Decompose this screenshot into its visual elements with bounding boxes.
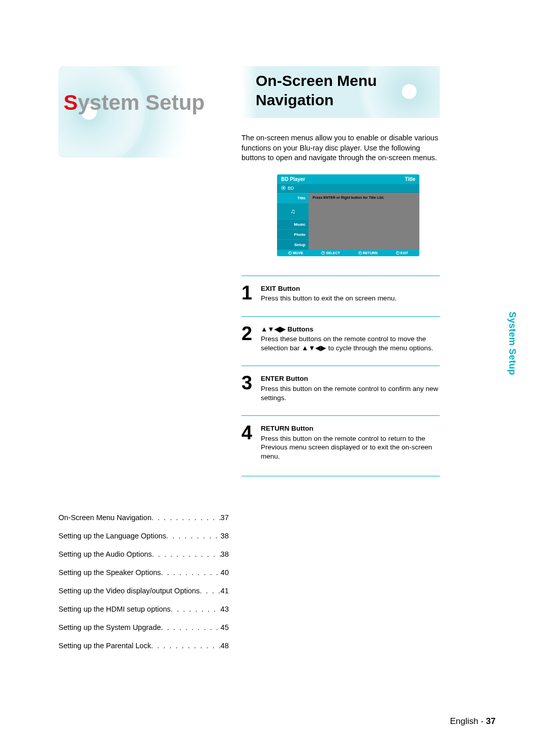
disc-graphic-left: System Setup	[58, 66, 229, 158]
step-desc: Press this button on the remote control …	[261, 434, 440, 461]
toc-row: Setting up the Language Options38	[58, 532, 229, 540]
move-icon	[288, 251, 292, 255]
toc-dots	[151, 642, 221, 650]
toc-row: Setting up the Speaker Options40	[58, 568, 229, 577]
step-desc: Press this button on the remote control …	[261, 384, 440, 402]
step-number: 3	[241, 374, 256, 402]
music-note-icon: ♫	[290, 207, 295, 215]
title-rest: ystem Setup	[78, 90, 205, 114]
step-1: 1 EXIT Button Press this button to exit …	[241, 276, 440, 316]
step-3: 3 ENTER Button Press this button on the …	[241, 366, 440, 415]
screenshot-sub-label: BD	[288, 186, 294, 191]
disc-icon	[281, 186, 286, 190]
system-setup-title: System Setup	[64, 90, 205, 115]
toc-dots	[171, 605, 221, 613]
toc-dots	[151, 513, 221, 522]
footer-language: English	[450, 716, 478, 726]
screenshot-subbar: BD	[277, 184, 419, 193]
step-number: 4	[241, 424, 256, 461]
toc-row: Setting up the Parental Lock48	[58, 642, 229, 650]
step-body: EXIT Button Press this button to exit th…	[261, 284, 440, 303]
sidebar-item-music: Music	[277, 219, 309, 229]
step-title: ▲▼◀▶ Buttons	[261, 325, 440, 334]
screenshot-title-left: BD Player	[281, 176, 305, 182]
step-4: 4 RETURN Button Press this button on the…	[241, 415, 440, 476]
toc-row: Setting up the HDMI setup options43	[58, 605, 229, 613]
intro-paragraph: The on-screen menus allow you to enable …	[241, 133, 440, 163]
navigation-title: On-Screen Menu Navigation	[256, 71, 377, 109]
toc-page: 48	[221, 642, 229, 650]
footer-move: MOVE	[288, 251, 303, 255]
arrow-icons: ▲▼◀▶	[261, 325, 286, 333]
step-2: 2 ▲▼◀▶ Buttons Press these buttons on th…	[241, 316, 440, 366]
step-title: RETURN Button	[261, 424, 440, 433]
step-title-text: Buttons	[286, 325, 314, 333]
screenshot-footer: MOVE SELECT RETURN EXIT	[277, 250, 419, 256]
title-initial: S	[64, 90, 78, 114]
toc-page: 38	[221, 532, 229, 540]
select-icon	[321, 251, 325, 255]
toc-label: On-Screen Menu Navigation	[58, 513, 151, 522]
return-icon	[358, 251, 362, 255]
toc-label: Setting up the Speaker Options	[58, 568, 161, 577]
exit-icon	[396, 251, 400, 255]
step-body: ▲▼◀▶ Buttons Press these buttons on the …	[261, 325, 440, 353]
toc-label: Setting up the HDMI setup options	[58, 605, 171, 613]
toc-page: 38	[221, 550, 229, 558]
toc-dots	[152, 550, 221, 558]
screenshot-titlebar: BD Player Title	[277, 174, 419, 184]
toc-row: Setting up the System Upgrade45	[58, 623, 229, 631]
toc-dots	[161, 623, 221, 631]
screenshot-body: Title ♫ Music Photo Setup Press ENTER or…	[277, 193, 419, 250]
footer-select: SELECT	[321, 251, 340, 255]
toc-page: 45	[221, 623, 229, 631]
step-body: RETURN Button Press this button on the r…	[261, 424, 440, 461]
table-of-contents: On-Screen Menu Navigation37 Setting up t…	[58, 513, 229, 660]
nav-title-line2: Navigation	[256, 90, 377, 110]
sidebar-music-icon-cell: ♫	[277, 203, 309, 219]
menu-screenshot: BD Player Title BD Title ♫ Music Photo S…	[277, 174, 419, 256]
right-header-graphic: On-Screen Menu Navigation	[241, 66, 440, 118]
toc-label: Setting up the Video display/output Opti…	[58, 587, 200, 595]
steps-list: 1 EXIT Button Press this button to exit …	[241, 276, 440, 477]
footer-return: RETURN	[358, 251, 378, 255]
toc-label: Setting up the System Upgrade	[58, 623, 161, 631]
sidebar-item-title: Title	[277, 193, 309, 203]
footer-page-number: 37	[486, 716, 496, 726]
toc-page: 37	[221, 513, 229, 522]
toc-dots	[200, 587, 221, 595]
nav-title-line1: On-Screen Menu	[256, 71, 377, 90]
side-tab-label: System Setup	[507, 312, 517, 375]
sidebar-item-photo: Photo	[277, 229, 309, 239]
screenshot-sidebar: Title ♫ Music Photo Setup	[277, 193, 309, 250]
left-column: System Setup On-Screen Menu Navigation37…	[58, 66, 229, 476]
toc-row: Setting up the Video display/output Opti…	[58, 587, 229, 595]
page-footer: English - 37	[450, 716, 496, 727]
sidebar-item-setup: Setup	[277, 239, 309, 250]
toc-dots	[161, 568, 221, 577]
toc-label: Setting up the Parental Lock	[58, 642, 151, 650]
toc-row: On-Screen Menu Navigation37	[58, 513, 229, 522]
step-number: 2	[241, 325, 256, 353]
step-desc: Press these buttons on the remote contro…	[261, 335, 440, 352]
toc-label: Setting up the Audio Options	[58, 550, 152, 558]
toc-page: 41	[221, 587, 229, 595]
step-title: EXIT Button	[261, 284, 440, 293]
step-body: ENTER Button Press this button on the re…	[261, 374, 440, 402]
toc-page: 43	[221, 605, 229, 613]
step-desc: Press this button to exit the on screen …	[261, 294, 440, 303]
step-number: 1	[241, 284, 256, 303]
toc-page: 40	[221, 568, 229, 577]
toc-row: Setting up the Audio Options38	[58, 550, 229, 558]
arrow-icons-inline: ▲▼◀▶	[301, 344, 326, 352]
toc-dots	[166, 532, 221, 540]
step-title: ENTER Button	[261, 374, 440, 383]
screenshot-title-right: Title	[405, 176, 415, 182]
footer-exit: EXIT	[396, 251, 409, 255]
toc-label: Setting up the Language Options	[58, 532, 166, 540]
footer-sep: -	[478, 716, 486, 726]
screenshot-content: Press ENTER or Right button for Title Li…	[309, 193, 419, 250]
right-column: On-Screen Menu Navigation The on-screen …	[241, 66, 440, 476]
page: System Setup On-Screen Menu Navigation37…	[0, 0, 549, 507]
